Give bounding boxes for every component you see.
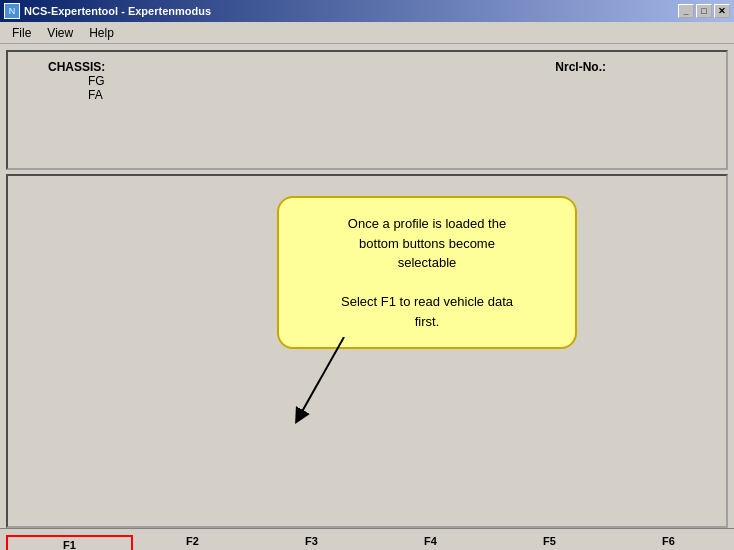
fkey-group-f2: F2 CHASSIS: [133, 535, 252, 550]
main-container: CHASSIS: FG FA Nrcl-No.: Once a profile …: [0, 44, 734, 528]
menu-bar: File View Help: [0, 22, 734, 44]
window-title: NCS-Expertentool - Expertenmodus: [24, 5, 211, 17]
window-controls[interactable]: _ □ ✕: [678, 4, 730, 18]
tooltip-text: Once a profile is loaded the bottom butt…: [341, 216, 513, 329]
menu-file[interactable]: File: [4, 24, 39, 42]
chassis-fg: FG: [88, 74, 105, 88]
app-icon: N: [4, 3, 20, 19]
fkey-area: F1 VIN/ZCS/FA F2 CHASSIS F3 Choose ECU F…: [0, 528, 734, 550]
fkey-group-f4: F4: [371, 535, 490, 550]
title-bar: N NCS-Expertentool - Expertenmodus _ □ ✕: [0, 0, 734, 22]
svg-line-0: [299, 337, 344, 417]
fkey-f4-label: F4: [424, 535, 437, 547]
content-panel: Once a profile is loaded the bottom butt…: [6, 174, 728, 528]
tooltip-bubble: Once a profile is loaded the bottom butt…: [277, 196, 577, 349]
maximize-button[interactable]: □: [696, 4, 712, 18]
nrcl-label: Nrcl-No.:: [555, 60, 606, 74]
fkey-f6-label: F6: [662, 535, 675, 547]
fkey-f1-label: F1: [63, 539, 76, 550]
fkey-group-f3: F3 Choose ECU: [252, 535, 371, 550]
chassis-fa: FA: [88, 88, 105, 102]
fkey-f2-label: F2: [186, 535, 199, 547]
fkey-group-f6: F6: [609, 535, 728, 550]
fkey-group-f1: F1 VIN/ZCS/FA: [6, 535, 133, 550]
menu-help[interactable]: Help: [81, 24, 122, 42]
chassis-label: CHASSIS:: [48, 60, 105, 74]
fkey-f3-label: F3: [305, 535, 318, 547]
close-button[interactable]: ✕: [714, 4, 730, 18]
info-panel: CHASSIS: FG FA Nrcl-No.:: [6, 50, 728, 170]
menu-view[interactable]: View: [39, 24, 81, 42]
nrcl-section: Nrcl-No.:: [555, 60, 606, 102]
minimize-button[interactable]: _: [678, 4, 694, 18]
fkey-f5-label: F5: [543, 535, 556, 547]
tooltip-arrow: [284, 337, 404, 427]
chassis-section: CHASSIS: FG FA: [48, 60, 105, 102]
fkey-group-f5: F5: [490, 535, 609, 550]
